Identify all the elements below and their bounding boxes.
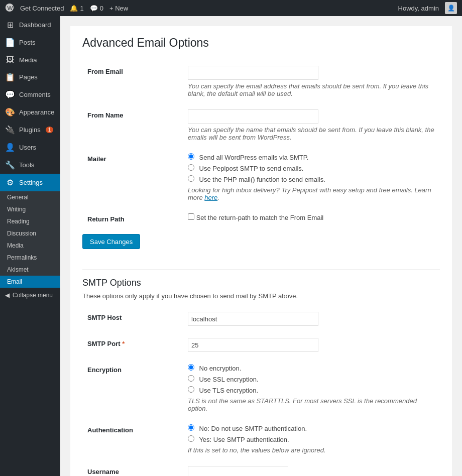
- dashboard-icon: ⊞: [5, 20, 15, 30]
- submenu-item-discussion[interactable]: Discussion: [0, 227, 60, 240]
- mailer-options: Send all WordPress emails via SMTP. Use …: [188, 153, 435, 183]
- submenu-item-akismet[interactable]: Akismet: [0, 264, 60, 276]
- encryption-radio-tls[interactable]: [188, 386, 194, 393]
- sidebar-item-users[interactable]: 👤 Users: [0, 139, 60, 156]
- encryption-note: TLS is not the same as STARTTLS. For mos…: [188, 397, 435, 412]
- submenu-item-media[interactable]: Media: [0, 240, 60, 252]
- mailer-row: Mailer Send all WordPress emails via SMT…: [82, 147, 440, 207]
- mailer-option-php[interactable]: Use the PHP mail() function to send emai…: [188, 175, 435, 183]
- sidebar-item-plugins[interactable]: 🔌 Plugins 1: [0, 121, 60, 139]
- howdy-text: Howdy, admin: [398, 5, 439, 12]
- encryption-option-tls[interactable]: Use TLS encryption.: [188, 386, 435, 394]
- new-content-button[interactable]: + New: [109, 5, 128, 12]
- from-email-row: From Email You can specify the email add…: [82, 60, 440, 103]
- from-name-label: From Name: [82, 103, 183, 147]
- from-name-description: You can specify the name that emails sho…: [188, 126, 435, 141]
- sidebar-item-comments[interactable]: 💬 Comments: [0, 86, 60, 103]
- pages-icon: 📋: [5, 72, 15, 82]
- encryption-radio-none[interactable]: [188, 364, 194, 371]
- comment-count: 💬 0: [90, 5, 103, 12]
- submenu-item-general[interactable]: General: [0, 191, 60, 203]
- mailer-radio-pepipost[interactable]: [188, 164, 194, 171]
- mailer-label: Mailer: [82, 147, 183, 207]
- plugins-icon: 🔌: [5, 125, 15, 135]
- sidebar-item-label: Media: [19, 56, 37, 64]
- sidebar-item-dashboard[interactable]: ⊞ Dashboard: [0, 16, 60, 34]
- notification-count: 🔔 1: [70, 5, 83, 12]
- sidebar-item-appearance[interactable]: 🎨 Appearance: [0, 103, 60, 121]
- smtp-port-input[interactable]: [188, 338, 318, 352]
- wp-logo-icon: W: [5, 3, 14, 14]
- sidebar-item-posts[interactable]: 📄 Posts: [0, 34, 60, 51]
- smtp-host-label: SMTP Host: [82, 306, 183, 332]
- admin-sidebar: ⊞ Dashboard 📄 Posts 🖼 Media 📋 Pages 💬 Co…: [0, 16, 60, 476]
- smtp-port-cell: [183, 332, 440, 358]
- authentication-label: Authentication: [82, 418, 183, 460]
- avatar: 👤: [445, 2, 457, 14]
- username-input[interactable]: [188, 466, 288, 476]
- return-path-checkbox-text: Set the return-path to match the From Em…: [196, 214, 324, 221]
- sidebar-item-label: Pages: [19, 73, 38, 81]
- submenu-item-email[interactable]: Email: [0, 276, 60, 288]
- username-row: Username: [82, 460, 440, 476]
- sidebar-item-tools[interactable]: 🔧 Tools: [0, 156, 60, 174]
- encryption-option-ssl[interactable]: Use SSL encryption.: [188, 375, 435, 383]
- sidebar-item-pages[interactable]: 📋 Pages: [0, 68, 60, 86]
- sidebar-item-settings[interactable]: ⚙ Settings: [0, 174, 60, 191]
- submenu-item-permalinks[interactable]: Permalinks: [0, 252, 60, 264]
- svg-text:W: W: [8, 4, 13, 11]
- authentication-cell: No: Do not use SMTP authentication. Yes:…: [183, 418, 440, 460]
- pepipost-link[interactable]: here: [204, 194, 217, 201]
- mailer-option-pepipost[interactable]: Use Pepipost SMTP to send emails.: [188, 164, 435, 172]
- page-title: Advanced Email Options: [82, 36, 440, 50]
- mailer-radio-smtp[interactable]: [188, 153, 194, 160]
- collapse-icon: ◀: [5, 292, 10, 299]
- sidebar-item-media[interactable]: 🖼 Media: [0, 51, 60, 68]
- encryption-label: Encryption: [82, 358, 183, 418]
- auth-option-yes[interactable]: Yes: Use SMTP authentication.: [188, 435, 435, 443]
- sidebar-item-label: Dashboard: [19, 21, 51, 29]
- collapse-label: Collapse menu: [13, 292, 53, 299]
- collapse-menu-button[interactable]: ◀ Collapse menu: [0, 288, 60, 303]
- sidebar-item-label: Settings: [19, 179, 43, 186]
- smtp-port-label: SMTP Port *: [82, 332, 183, 358]
- encryption-row: Encryption No encryption. Use SSL encryp…: [82, 358, 440, 418]
- media-icon: 🖼: [5, 55, 15, 64]
- auth-radio-no[interactable]: [188, 424, 194, 431]
- mailer-radio-php[interactable]: [188, 175, 194, 182]
- return-path-label: Return Path: [82, 207, 183, 229]
- save-changes-button-1[interactable]: Save Changes: [82, 234, 140, 249]
- from-email-cell: You can specify the email address that e…: [183, 60, 440, 103]
- content-wrap: Advanced Email Options From Email You ca…: [70, 26, 452, 476]
- submenu-item-writing[interactable]: Writing: [0, 203, 60, 215]
- sidebar-item-label: Tools: [19, 161, 34, 169]
- encryption-cell: No encryption. Use SSL encryption. Use T…: [183, 358, 440, 418]
- username-cell: [183, 460, 440, 476]
- sidebar-item-label: Posts: [19, 39, 36, 46]
- smtp-host-input[interactable]: [188, 312, 318, 326]
- auth-option-no[interactable]: No: Do not use SMTP authentication.: [188, 424, 435, 432]
- admin-bar: W Get Connected 🔔 1 💬 0 + New Howdy, adm…: [0, 0, 462, 16]
- return-path-row: Return Path Set the return-path to match…: [82, 207, 440, 229]
- auth-radio-yes[interactable]: [188, 435, 194, 442]
- return-path-checkbox-label[interactable]: Set the return-path to match the From Em…: [188, 214, 323, 221]
- encryption-radio-ssl[interactable]: [188, 375, 194, 382]
- from-email-description: You can specify the email address that e…: [188, 82, 435, 97]
- sidebar-item-label: Users: [19, 144, 36, 151]
- from-name-input[interactable]: [188, 109, 318, 124]
- mailer-option-smtp[interactable]: Send all WordPress emails via SMTP.: [188, 153, 435, 161]
- authentication-options: No: Do not use SMTP authentication. Yes:…: [188, 424, 435, 443]
- encryption-options: No encryption. Use SSL encryption. Use T…: [188, 364, 435, 394]
- sidebar-item-label: Appearance: [19, 108, 54, 116]
- site-name[interactable]: Get Connected: [20, 5, 64, 12]
- submenu-item-reading[interactable]: Reading: [0, 215, 60, 227]
- from-email-input[interactable]: [188, 66, 318, 80]
- posts-icon: 📄: [5, 38, 15, 47]
- notification-icon: 🔔: [70, 5, 78, 12]
- comments-icon: 💬: [5, 90, 15, 99]
- smtp-port-asterisk: *: [122, 340, 125, 347]
- encryption-option-none[interactable]: No encryption.: [188, 364, 435, 372]
- return-path-checkbox[interactable]: [188, 213, 194, 220]
- comment-icon: 💬: [90, 5, 98, 12]
- plugin-badge: 1: [46, 127, 54, 133]
